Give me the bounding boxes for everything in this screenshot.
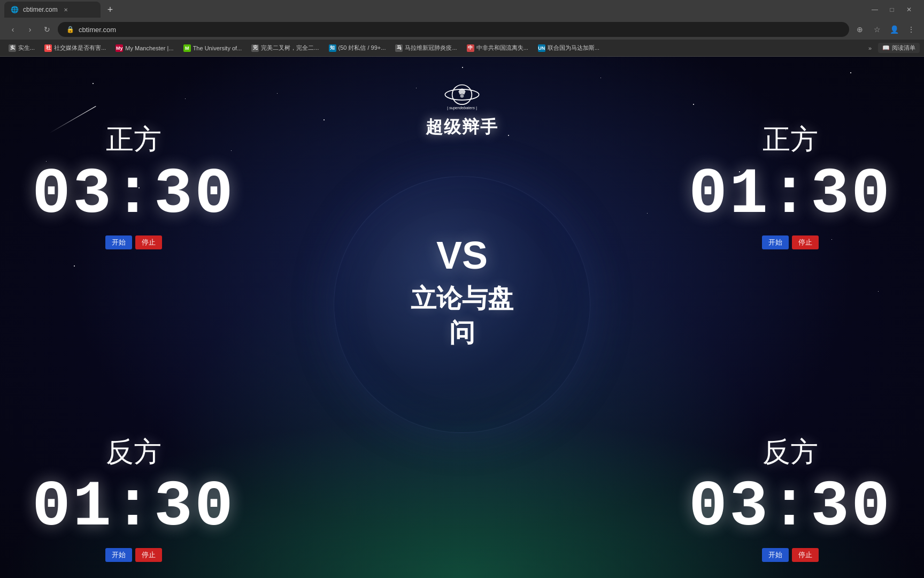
timer-bottom-left-stop-button[interactable]: 停止 [135,548,162,562]
timer-bottom-right: 反方 03:30 开始 停止 [689,434,892,562]
forward-button[interactable]: › [24,23,36,36]
timer-top-right-buttons: 开始 停止 [762,235,819,249]
bookmark-item[interactable]: 知 (50 封私信 / 99+... [325,43,390,53]
bookmark-favicon: 中 [467,44,474,52]
timer-top-left-stop-button[interactable]: 停止 [135,235,162,249]
logo-text: 超级辩手 [426,116,498,139]
url-display: cbtimer.com [79,26,116,34]
bookmark-favicon: UN [538,44,545,52]
bookmark-label: 中非共和国流离失... [476,44,528,52]
address-input-container[interactable]: 🔒 cbtimer.com [58,22,849,37]
bookmark-label: My Manchester |... [125,45,173,51]
tab-close-button[interactable]: ✕ [62,6,70,13]
timer-bottom-right-buttons: 开始 停止 [762,548,819,562]
bookmark-item[interactable]: UN 联合国为马达加斯... [534,43,604,53]
bookmark-favicon: 完 [251,44,259,52]
star-icon[interactable]: ☆ [871,23,883,36]
bookmark-label: 社交媒体是否有害... [54,44,106,52]
bookmark-favicon: M [183,44,191,52]
bookmark-item[interactable]: 马 马拉维新冠肺炎疫... [391,43,461,53]
timer-bottom-right-display: 03:30 [689,475,892,539]
reading-mode-button[interactable]: 📖 阅读清单 [878,43,920,53]
timer-top-right: 正方 01:30 开始 停止 [689,121,892,249]
close-button[interactable]: ✕ [905,5,913,14]
reading-mode-label: 阅读清单 [892,44,915,52]
bookmark-favicon: 马 [395,44,403,52]
new-tab-button[interactable]: + [103,2,118,17]
timer-bottom-left-label: 反方 [106,434,161,471]
timer-bottom-left-buttons: 开始 停止 [105,548,162,562]
bookmark-favicon: My [116,44,123,52]
tab-title: cbtimer.com [23,6,58,13]
bookmark-label: 完美二叉树，完全二... [261,44,319,52]
timer-top-left: 正方 03:30 开始 停止 [32,121,235,249]
browser-chrome: 🌐 cbtimer.com ✕ + — □ ✕ ‹ › ↻ 🔒 cbtimer.… [0,0,924,57]
bookmark-label: 实生... [18,44,35,52]
bookmark-favicon: 实 [9,44,16,52]
timer-bottom-right-stop-button[interactable]: 停止 [792,548,819,562]
bookmark-favicon: 社 [44,44,52,52]
bookmark-item[interactable]: 实 实生... [4,43,39,53]
window-controls: — □ ✕ [871,5,920,14]
menu-icon[interactable]: ⋮ [905,23,918,36]
timer-top-left-buttons: 开始 停止 [105,235,162,249]
timer-top-left-label: 正方 [106,121,161,158]
bookmark-label: 联合国为马达加斯... [548,44,599,52]
bookmark-item[interactable]: 完 完美二叉树，完全二... [247,43,323,53]
superdebaters-logo-icon: | superdebaters | [435,78,489,116]
center-desc-line1: 立论与盘 [411,282,513,316]
svg-text:| superdebaters |: | superdebaters | [447,105,477,110]
download-icon[interactable]: ⊕ [853,23,866,36]
timer-bottom-left-display: 01:30 [32,475,235,539]
center-desc-line2: 问 [411,316,513,350]
bookmark-item[interactable]: 中 中非共和国流离失... [463,43,533,53]
timer-top-left-start-button[interactable]: 开始 [105,235,132,249]
timer-bottom-left-start-button[interactable]: 开始 [105,548,132,562]
bookmark-label: (50 封私信 / 99+... [338,44,386,52]
vs-text: VS [436,233,488,277]
maximize-button[interactable]: □ [888,5,896,14]
center-description: 立论与盘 问 [411,282,513,350]
address-bar: ‹ › ↻ 🔒 cbtimer.com ⊕ ☆ 👤 ⋮ [0,19,924,40]
bookmark-favicon: 知 [329,44,336,52]
profile-icon[interactable]: 👤 [888,23,900,36]
bookmark-item[interactable]: M The University of... [179,43,247,53]
bookmark-label: The University of... [193,45,242,51]
timer-bottom-right-start-button[interactable]: 开始 [762,548,789,562]
timer-top-right-label: 正方 [763,121,818,158]
bookmarks-bar: 实 实生... 社 社交媒体是否有害... My My Manchester |… [0,40,924,57]
timer-top-right-display: 01:30 [689,163,892,227]
timer-bottom-left: 反方 01:30 开始 停止 [32,434,235,562]
timer-bottom-right-label: 反方 [763,434,818,471]
tab-bar: 🌐 cbtimer.com ✕ + — □ ✕ [0,0,924,19]
minimize-button[interactable]: — [871,5,879,14]
reading-mode-icon: 📖 [882,44,890,51]
logo-area: | superdebaters | 超级辩手 [426,78,498,139]
more-bookmarks-button[interactable]: » [865,44,875,52]
bookmark-item[interactable]: 社 社交媒体是否有害... [40,43,110,53]
timer-top-right-start-button[interactable]: 开始 [762,235,789,249]
svg-point-2 [460,94,464,98]
refresh-button[interactable]: ↻ [41,23,53,36]
bookmark-item[interactable]: My My Manchester |... [111,43,178,53]
timer-top-left-display: 03:30 [32,163,235,227]
timer-top-right-stop-button[interactable]: 停止 [792,235,819,249]
active-tab[interactable]: 🌐 cbtimer.com ✕ [4,2,101,18]
bookmark-label: 马拉维新冠肺炎疫... [405,44,457,52]
lock-icon: 🔒 [66,26,74,33]
page-content: | superdebaters | 超级辩手 VS 立论与盘 问 正方 03:3… [0,57,924,578]
tab-favicon: 🌐 [11,6,19,13]
back-button[interactable]: ‹ [6,23,19,36]
